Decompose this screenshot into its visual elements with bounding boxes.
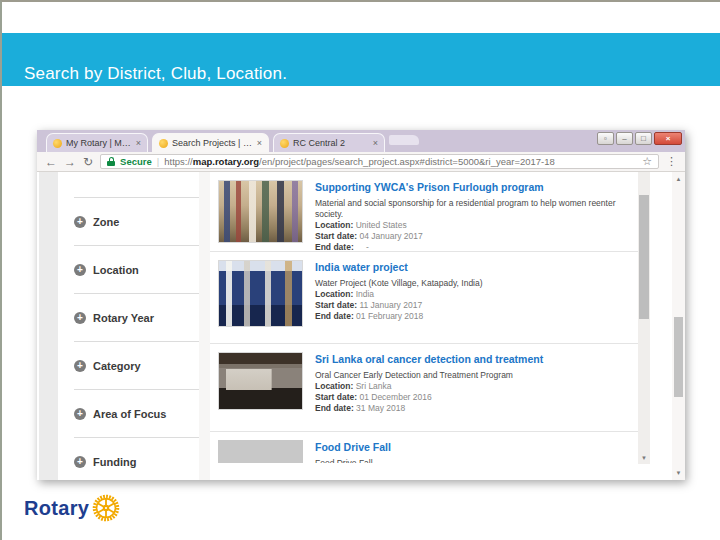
tab-label: Search Projects | Rotary <box>172 138 253 148</box>
window-extra-button[interactable]: ▫ <box>597 132 614 145</box>
project-result-row: Sri Lanka oral cancer detection and trea… <box>210 344 638 432</box>
tab-close-icon[interactable]: × <box>136 139 141 148</box>
project-end-date: End date: - <box>315 242 627 252</box>
project-title-link[interactable]: India water project <box>315 261 627 275</box>
browser-scrollbar-thumb[interactable] <box>674 317 683 397</box>
rotary-wordmark: Rotary <box>24 497 89 520</box>
project-title-link[interactable]: Supporting YWCA's Prison Furlough progra… <box>315 181 627 195</box>
url-path: /en/project/pages/search_project.aspx#di… <box>259 156 555 167</box>
tab-my-rotary[interactable]: My Rotary | My Rotary × <box>46 133 148 152</box>
project-location: Location: United States <box>315 220 627 231</box>
filter-zone[interactable]: + Zone <box>74 197 204 245</box>
slide-title-banner: Search by District, Club, Location. <box>2 33 720 86</box>
reload-icon[interactable]: ↻ <box>83 156 93 168</box>
slide-title: Search by District, Club, Location. <box>24 64 287 84</box>
presentation-slide: Search by District, Club, Location. My R… <box>0 0 720 540</box>
project-result-row: Supporting YWCA's Prison Furlough progra… <box>210 172 638 252</box>
filter-location[interactable]: + Location <box>74 245 204 293</box>
project-result-row: Food Drive Fall Food Drive Fall <box>210 432 638 463</box>
project-thumbnail[interactable] <box>218 352 303 410</box>
project-location: Location: Sri Lanka <box>315 381 627 392</box>
tab-close-icon[interactable]: × <box>373 139 378 148</box>
address-bar[interactable]: Secure | https://map.rotary.org/en/proje… <box>100 154 659 169</box>
bookmark-star-icon[interactable]: ☆ <box>642 155 652 168</box>
project-title-link[interactable]: Food Drive Fall <box>315 441 627 455</box>
rotary-wheel-icon <box>92 494 120 522</box>
rotary-favicon-icon <box>53 139 62 148</box>
browser-tab-bar: My Rotary | My Rotary × Search Projects … <box>37 130 685 152</box>
project-location: Location: India <box>315 289 627 300</box>
filter-label: Area of Focus <box>93 408 166 420</box>
filter-label: Zone <box>93 216 119 228</box>
tab-label: My Rotary | My Rotary <box>66 138 132 148</box>
project-end-date: End date: 31 May 2018 <box>315 403 627 414</box>
secure-badge: Secure <box>120 156 152 167</box>
lock-icon <box>107 157 115 166</box>
minimize-button[interactable]: – <box>616 132 633 145</box>
project-start-date: Start date: 01 December 2016 <box>315 392 627 403</box>
tab-search-projects[interactable]: Search Projects | Rotary × <box>152 133 269 152</box>
project-result-row: India water project Water Project (Kote … <box>210 252 638 344</box>
expand-plus-icon: + <box>74 408 86 420</box>
browser-scrollbar[interactable]: ▲ ▼ <box>672 172 685 480</box>
filter-category[interactable]: + Category <box>74 341 204 389</box>
expand-plus-icon: + <box>74 456 86 468</box>
address-separator: | <box>157 156 159 167</box>
filter-label: Funding <box>93 456 136 468</box>
project-results-list: Supporting YWCA's Prison Furlough progra… <box>210 172 638 463</box>
project-description: Food Drive Fall <box>315 458 627 463</box>
url-domain: map.rotary.org <box>193 156 259 167</box>
project-description: Oral Cancer Early Detection and Treatmen… <box>315 370 627 381</box>
results-scrollbar[interactable]: ▼ <box>638 172 650 464</box>
scroll-down-icon[interactable]: ▼ <box>672 470 685 476</box>
maximize-button[interactable]: □ <box>635 132 652 145</box>
rotary-favicon-icon <box>280 139 289 148</box>
window-controls: ▫ – □ × <box>597 132 682 145</box>
project-start-date: Start date: 11 January 2017 <box>315 300 627 311</box>
rotary-logo: Rotary <box>24 494 120 522</box>
project-title-link[interactable]: Sri Lanka oral cancer detection and trea… <box>315 353 627 367</box>
browser-window: My Rotary | My Rotary × Search Projects … <box>37 130 685 480</box>
browser-toolbar: ← → ↻ Secure | https://map.rotary.org/en… <box>37 152 685 172</box>
project-thumbnail[interactable] <box>218 260 303 327</box>
new-tab-button[interactable] <box>389 135 419 145</box>
expand-plus-icon: + <box>74 216 86 228</box>
url-protocol: https:// <box>164 156 193 167</box>
expand-plus-icon: + <box>74 312 86 324</box>
filter-label: Location <box>93 264 139 276</box>
scroll-down-icon[interactable]: ▼ <box>638 455 650 461</box>
expand-plus-icon: + <box>74 360 86 372</box>
url-text: https://map.rotary.org/en/project/pages/… <box>164 156 555 167</box>
back-icon[interactable]: ← <box>45 156 57 168</box>
filter-area-of-focus[interactable]: + Area of Focus <box>74 389 204 437</box>
tab-label: RC Central 2 <box>293 138 369 148</box>
project-description: Water Project (Kote Village, Katapady, I… <box>315 278 627 289</box>
forward-icon[interactable]: → <box>64 156 76 168</box>
close-button[interactable]: × <box>654 132 682 145</box>
page-left-strip <box>39 172 58 480</box>
filter-rotary-year[interactable]: + Rotary Year <box>74 293 204 341</box>
project-thumbnail[interactable] <box>218 440 303 463</box>
project-description: Material and social sponsorship for a re… <box>315 198 627 220</box>
page-content: + Zone + Location + Rotary Year + Catego… <box>37 172 685 480</box>
scroll-up-icon[interactable]: ▲ <box>672 176 685 182</box>
project-start-date: Start date: 04 January 2017 <box>315 231 627 242</box>
tab-close-icon[interactable]: × <box>257 139 262 148</box>
filter-label: Category <box>93 360 141 372</box>
project-end-date: End date: 01 February 2018 <box>315 311 627 322</box>
results-scrollbar-thumb[interactable] <box>639 195 649 319</box>
rotary-favicon-icon <box>159 139 168 148</box>
project-thumbnail[interactable] <box>218 180 303 243</box>
sidebar-results-divider <box>199 172 210 480</box>
browser-menu-icon[interactable]: ⋮ <box>666 155 677 168</box>
filter-label: Rotary Year <box>93 312 154 324</box>
filter-funding[interactable]: + Funding <box>74 437 204 480</box>
expand-plus-icon: + <box>74 264 86 276</box>
tab-rc-central[interactable]: RC Central 2 × <box>273 133 385 152</box>
